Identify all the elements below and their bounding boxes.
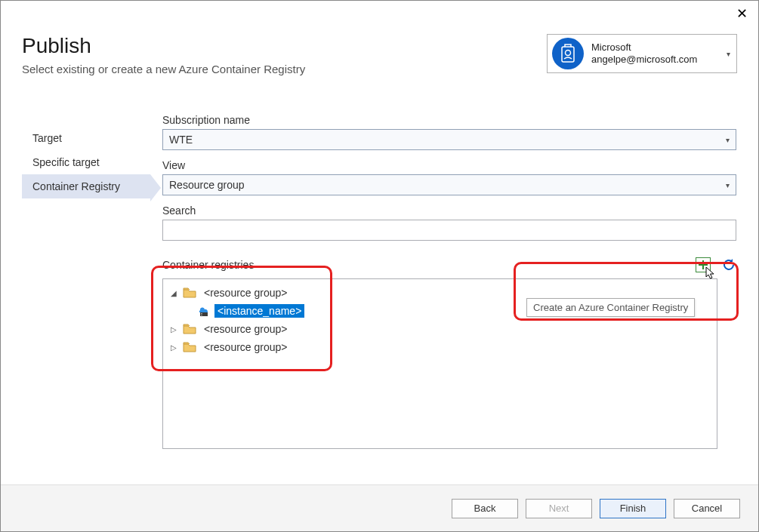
registries-section: Container registries bbox=[162, 257, 736, 449]
badge-icon bbox=[552, 38, 584, 69]
folder-icon bbox=[183, 324, 196, 334]
registries-label: Container registries bbox=[162, 259, 696, 271]
view-label: View bbox=[162, 159, 736, 171]
chevron-down-icon: ▾ bbox=[726, 181, 730, 189]
registries-header: Container registries bbox=[162, 257, 736, 272]
expand-icon[interactable]: ▷ bbox=[169, 325, 178, 334]
svg-point-1 bbox=[566, 51, 571, 56]
folder-icon bbox=[183, 288, 196, 298]
finish-button[interactable]: Finish bbox=[600, 499, 666, 518]
create-registry-tooltip: Create an Azure Container Registry bbox=[526, 298, 695, 317]
view-dropdown[interactable]: Resource group ▾ bbox=[162, 174, 736, 195]
subscription-dropdown[interactable]: WTE ▾ bbox=[162, 129, 736, 150]
tree-node-collapsed[interactable]: ▷ <resource group> bbox=[166, 338, 714, 356]
chevron-down-icon: ▾ bbox=[727, 50, 732, 58]
step-target[interactable]: Target bbox=[22, 126, 150, 150]
step-container-registry[interactable]: Container Registry bbox=[22, 174, 150, 198]
close-button[interactable]: ✕ bbox=[736, 5, 748, 22]
back-button[interactable]: Back bbox=[452, 499, 518, 518]
svg-rect-5 bbox=[201, 313, 202, 314]
publish-dialog: ✕ Publish Select existing or create a ne… bbox=[0, 0, 759, 532]
account-picker[interactable]: Microsoft angelpe@microsoft.com ▾ bbox=[547, 34, 737, 73]
form: Subscription name WTE ▾ View Resource gr… bbox=[162, 114, 736, 449]
view-value: Resource group bbox=[169, 179, 245, 191]
tree-node-label: <resource group> bbox=[201, 286, 291, 300]
subscription-label: Subscription name bbox=[162, 114, 736, 126]
create-registry-button[interactable] bbox=[696, 257, 711, 272]
plus-icon bbox=[698, 260, 708, 270]
cancel-button[interactable]: Cancel bbox=[674, 499, 740, 518]
tree-node-label-selected: <instance_name> bbox=[214, 304, 304, 318]
refresh-icon bbox=[722, 258, 736, 272]
subscription-value: WTE bbox=[169, 134, 193, 146]
svg-rect-0 bbox=[562, 47, 574, 62]
tree-node-label: <resource group> bbox=[201, 322, 291, 336]
next-button[interactable]: Next bbox=[526, 499, 592, 518]
svg-rect-6 bbox=[201, 315, 202, 315]
search-input[interactable] bbox=[162, 220, 736, 241]
cloud-registry-icon bbox=[196, 305, 210, 317]
search-label: Search bbox=[162, 204, 736, 217]
tree-node-collapsed[interactable]: ▷ <resource group> bbox=[166, 320, 714, 338]
account-text: Microsoft angelpe@microsoft.com bbox=[591, 42, 697, 65]
expand-icon[interactable]: ▷ bbox=[169, 343, 178, 352]
collapse-icon[interactable]: ◢ bbox=[169, 289, 178, 297]
account-org: Microsoft bbox=[591, 42, 697, 54]
refresh-button[interactable] bbox=[721, 257, 736, 272]
wizard-steps: Target Specific target Container Registr… bbox=[22, 126, 150, 198]
folder-icon bbox=[183, 342, 196, 352]
svg-rect-4 bbox=[200, 312, 208, 316]
step-specific-target[interactable]: Specific target bbox=[22, 150, 150, 174]
account-email: angelpe@microsoft.com bbox=[591, 54, 697, 66]
tree-node-label: <resource group> bbox=[201, 340, 291, 354]
chevron-down-icon: ▾ bbox=[726, 136, 730, 144]
dialog-footer: Back Next Finish Cancel bbox=[1, 484, 758, 531]
